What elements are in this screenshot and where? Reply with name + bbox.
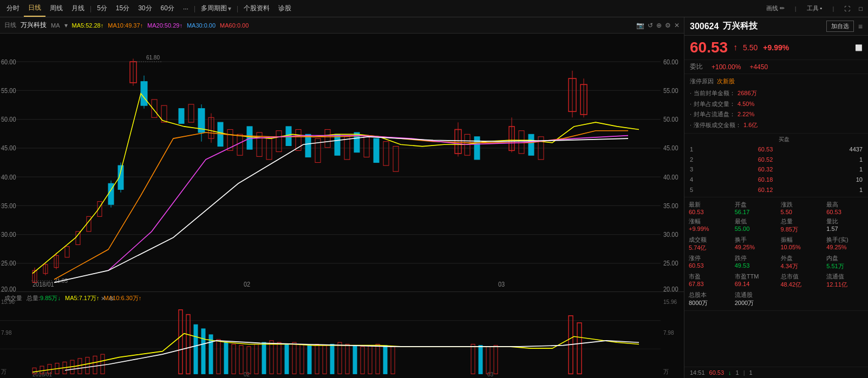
svg-text:50.00: 50.00 [663,116,678,123]
svg-text:35.00: 35.00 [1,202,16,209]
stat-liutongzhi: 流通值 12.11亿 [822,271,868,290]
bottom-time-row: 14:51 60.53 ↓ 1 | 1 [684,367,868,378]
ma10-value: MA10:49.37↑ [108,22,143,29]
stat-neipan: 内盘 5.51万 [822,253,868,271]
svg-rect-72 [335,134,340,155]
stat-zongshizhi: 总市值 48.42亿 [776,271,823,290]
svg-text:20.00: 20.00 [663,285,678,291]
settings-icon[interactable]: ⚙ [665,22,671,29]
top-nav: 分时 日线 周线 月线 | 5分 15分 30分 60分 ··· | 多周期图 … [0,0,868,17]
stat-shiyingttm: 市盈TTM 69.14 [730,271,776,290]
nav-rixian[interactable]: 日线 [24,0,45,17]
svg-rect-132 [285,344,289,374]
ob-row-3: 3 60.32 1 [690,164,863,175]
volume-label: 成交量 [4,294,22,302]
ma-dropdown[interactable]: ▾ [64,22,68,29]
tool-button[interactable]: 工具 ▪ [804,3,826,14]
chart-type-label: 日线 [4,21,16,29]
svg-rect-69 [305,134,311,157]
panel-menu-button[interactable]: ≡ [858,22,863,31]
add-to-watchlist-button[interactable]: 加自选 [826,21,854,32]
add-icon[interactable]: ⊕ [656,22,662,29]
price-change: 5.50 [743,43,758,52]
chart-area: 日线 万兴科技 MA ▾ MA5:52.28↑ MA10:49.37↑ MA20… [0,17,684,378]
stat-dieting: 跌停 49.53 [730,253,776,271]
nav-fenshi[interactable]: 分时 [2,0,24,17]
svg-rect-120 [194,324,198,374]
svg-text:7.98: 7.98 [1,330,12,336]
svg-text:03: 03 [498,281,505,288]
nav-stockinfo[interactable]: 个股资料 [239,0,274,17]
nav-5min[interactable]: 5分 [93,0,112,17]
svg-text:03: 03 [487,371,493,377]
svg-text:02: 02 [244,281,250,288]
top-nav-right: 画线 ✏ | 工具 ▪ | ⛶ □ [763,3,866,14]
detail-label-0: 当前封单金额： [694,88,735,99]
screenshot-icon[interactable]: ⬜ [855,44,863,51]
ob-row-4: 4 60.18 10 [690,175,863,185]
close-icon[interactable]: ✕ [674,22,680,29]
price-up-arrow: ↑ [733,43,738,52]
detail-val-2: 2.22% [738,109,754,120]
svg-text:30.00: 30.00 [1,230,16,238]
ma20-value: MA20:50.29↑ [147,22,182,29]
stat-kaipan: 开盘 56.17 [730,200,776,216]
nav-zhouxian[interactable]: 周线 [45,0,67,17]
svg-text:60.00: 60.00 [1,58,16,65]
volume-close-icon[interactable]: ✕ [101,295,106,302]
refresh-icon[interactable]: ↺ [648,22,653,29]
svg-text:万: 万 [1,369,6,375]
ob-price-3: 60.32 [701,164,830,175]
bottom-price: 60.53 [709,369,725,376]
fullscreen-button[interactable]: □ [856,4,866,13]
main-chart[interactable]: 60.00 55.00 50.00 45.00 40.00 35.00 30.0… [0,34,684,291]
stat-zuixin: 最新 60.53 [684,200,730,216]
svg-rect-135 [308,346,311,374]
nav-diagnosis[interactable]: 诊股 [274,0,296,17]
svg-text:万: 万 [663,369,669,375]
stat-zuigao: 最高 60.53 [822,200,868,216]
nav-60min[interactable]: 60分 [156,0,179,17]
draw-button[interactable]: 画线 ✏ [763,3,788,14]
stat-shiying: 市盈 67.83 [684,271,730,290]
svg-text:45.00: 45.00 [663,144,678,152]
bottom-arrow: ↓ [728,369,732,376]
volume-settings-icon[interactable]: ⚙ [109,295,114,302]
svg-text:20.00: 20.00 [1,285,16,291]
order-book: 买盘 1 60.53 4437 2 60.52 1 3 60.32 1 4 60… [684,134,868,197]
ob-vol-3: 1 [830,164,863,175]
nav-15min[interactable]: 15分 [112,0,134,17]
ob-row-2: 2 60.52 1 [690,155,863,165]
svg-text:15.96: 15.96 [663,299,677,305]
svg-rect-82 [474,137,480,160]
stop-reason-label: 涨停原因 [690,76,714,87]
price-change-pct: +9.99% [763,43,789,52]
volume-chart[interactable]: 成交量 总量:9.85万↓ MA5:7.17万↑ MA10:6.30万↑ ✕ ⚙… [0,291,684,378]
stat-zhangfu: 涨幅 +9.99% [684,216,730,235]
nav-more[interactable]: ··· [179,0,193,17]
nav-yuexian[interactable]: 月线 [67,0,89,17]
nav-30min[interactable]: 30分 [134,0,156,17]
svg-text:55.00: 55.00 [663,87,678,94]
ob-price-2: 60.52 [701,155,830,165]
svg-text:55.00: 55.00 [1,87,16,94]
camera-icon[interactable]: 📷 [636,22,644,29]
stat-waipan: 外盘 4.34万 [776,253,823,271]
svg-rect-63 [247,127,252,149]
ob-vol-1: 4437 [830,144,863,155]
committee-val2: +4450 [749,63,768,71]
buy-label: 买盘 [705,136,863,143]
ob-row-5: 5 60.12 1 [690,185,863,195]
nav-multiperiod[interactable]: 多周期图 ▾ [197,0,236,17]
committee-row: 委比 +100.00% +4450 [684,60,868,74]
stat-huanshou: 换手 49.25% [730,235,776,253]
svg-rect-129 [262,342,266,374]
layout-button[interactable]: ⛶ [841,4,853,13]
ob-vol-5: 1 [830,185,863,195]
price-row: 60.53 ↑ 5.50 +9.99% ⬜ [684,36,868,60]
svg-rect-54 [179,109,184,124]
detail-label-1: 封单占成交量： [694,99,735,110]
svg-rect-145 [383,346,387,374]
ma-label: MA [51,22,60,29]
stat-zongliang: 总量 9.85万 [776,216,823,235]
